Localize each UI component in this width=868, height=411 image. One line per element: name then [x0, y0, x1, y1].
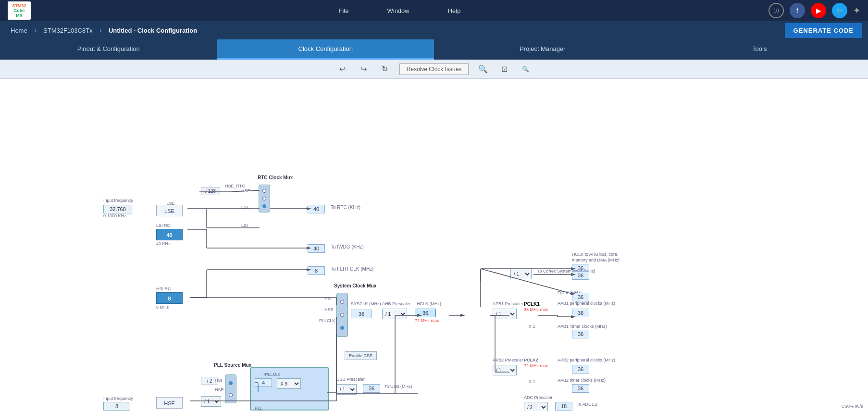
to-flitfclk-label: To FLITFCLK (MHz) — [331, 266, 373, 272]
adc-prescaler-label: ADC Prescaler — [524, 395, 553, 400]
hclk-ahb-label2: memory and DMA (MHz) — [572, 258, 620, 262]
facebook-icon[interactable]: f — [790, 3, 805, 18]
cortex-div-select[interactable]: / 1 — [510, 269, 532, 279]
adc-prescaler-select[interactable]: / 2 — [524, 402, 548, 411]
version-label: CS0% 06/9 — [841, 404, 863, 409]
hclk-label: HCLK (MHz) — [417, 301, 441, 306]
gear-icon[interactable]: ✦ — [853, 5, 860, 16]
header-icons: 10 f ▶ 🐦 ✦ — [769, 3, 860, 18]
to-adc-label: To ADC1,2 — [577, 402, 597, 407]
logo-stm: STM32 — [12, 3, 26, 8]
apb2-timer-value[interactable]: 36 — [572, 384, 589, 393]
apb1-timer-value[interactable]: 36 — [572, 330, 589, 338]
header-nav: File Window Help — [31, 7, 769, 14]
tab-tools[interactable]: Tools — [651, 39, 868, 60]
usb-div-select[interactable]: / 1 — [336, 384, 357, 395]
apb1-prescaler-select[interactable]: / 1 — [493, 309, 517, 319]
refresh-button[interactable]: ↻ — [378, 62, 392, 76]
hse-div128-box: / 128 — [201, 187, 220, 195]
rtc-mux-label: RTC Clock Mux — [258, 175, 293, 180]
file-menu[interactable]: File — [339, 7, 349, 14]
hse-rtc-mux-label: HSE — [241, 188, 250, 193]
apb1-peri-value[interactable]: 36 — [572, 309, 589, 317]
resolve-clock-button[interactable]: Resolve Clock Issues — [399, 63, 469, 75]
ahb-prescaler-label: AHB Prescaler — [382, 301, 410, 306]
sys-clk-mux-label: System Clock Mux — [334, 283, 376, 288]
breadcrumb-config[interactable]: Untitled - Clock Configuration — [104, 25, 202, 36]
hse-pll-label: HSE — [215, 387, 224, 392]
badge-icon: 10 — [769, 3, 784, 18]
breadcrumb: Home › STM32F103C8Tx › Untitled - Clock … — [0, 21, 868, 39]
apb2-peri-value[interactable]: 36 — [572, 365, 589, 374]
lsi-value-box[interactable]: 40 — [156, 229, 183, 240]
pclk1-label: PCLK1 — [524, 301, 540, 307]
hse-sys-label: HSE — [324, 307, 334, 312]
to-rtc-value[interactable]: 40 — [308, 205, 325, 213]
fit-button[interactable]: ⊡ — [497, 62, 511, 76]
sysclk-value[interactable]: 36 — [351, 310, 372, 318]
badge-label: 10 — [773, 8, 779, 13]
to-flitfclk-value[interactable]: 8 — [308, 266, 325, 275]
hsi-pll-label: HSI — [215, 378, 222, 383]
apb1-peri-label: APB1 peripheral clocks (MHz) — [558, 301, 615, 306]
hse-rtc-label: HSE_RTC — [225, 184, 245, 188]
enable-css-button[interactable]: Enable CSS — [345, 351, 377, 360]
to-usb-value[interactable]: 36 — [363, 384, 380, 393]
logo-box: STM32 Cube MX — [8, 1, 31, 20]
hclk-max-label: 72 MHz max — [415, 318, 439, 323]
lse-mux-label: LSE — [241, 205, 249, 210]
tab-clock[interactable]: Clock Configuration — [217, 39, 434, 60]
apb2-prescaler-select[interactable]: / 1 — [493, 365, 517, 375]
ahb-prescaler-select[interactable]: / 1 — [382, 309, 407, 319]
hsi-sys-label: HSI — [324, 296, 332, 301]
hclk-value[interactable]: 36 — [415, 309, 436, 317]
zoom-out-button[interactable]: 🔍 — [519, 62, 532, 76]
rtc-mux[interactable] — [259, 185, 270, 212]
to-iwdg-label: To IWDG (KHz) — [331, 244, 364, 249]
to-iwdg-value[interactable]: 40 — [308, 244, 325, 253]
pll-mul-label: *PLLMul — [263, 372, 280, 377]
undo-button[interactable]: ↩ — [336, 62, 349, 76]
main-area: Input frequency 32.768 0-1000 KHz LSE LS… — [0, 79, 868, 411]
pllclk-sys-label: PLLCLK — [319, 318, 335, 323]
breadcrumb-sep-2: › — [99, 26, 102, 35]
apb1-timer-x1: X 1 — [529, 324, 535, 329]
apb1-prescaler-label: APB1 Prescaler — [493, 301, 523, 306]
hsi-value-box[interactable]: 8 — [156, 292, 183, 304]
hse-block[interactable]: HSE — [156, 397, 183, 409]
sys-clk-mux[interactable] — [336, 293, 348, 337]
to-rtc-label: To RTC (KHz) — [331, 205, 360, 210]
lsi-rc-label: LSI RC — [156, 223, 170, 228]
lsi-mux-label: LSI — [241, 223, 248, 228]
pclk2-max-label: 72 MHz max — [524, 363, 548, 368]
breadcrumb-device[interactable]: STM32F103C8Tx — [38, 25, 98, 36]
hse-input-box[interactable]: 8 — [103, 402, 130, 411]
tab-pinout[interactable]: Pinout & Configuration — [0, 39, 217, 60]
apb2-timer-label: APB2 timer clocks (MHz) — [558, 378, 606, 383]
lse-block[interactable]: LSE — [156, 205, 183, 216]
to-cortex-value[interactable]: 36 — [572, 271, 589, 280]
help-menu[interactable]: Help — [448, 7, 461, 14]
logo-mx: MX — [16, 13, 23, 18]
to-adc-value[interactable]: 18 — [555, 402, 572, 411]
zoom-in-button[interactable]: 🔍 — [476, 62, 490, 76]
fclk-value[interactable]: 36 — [572, 293, 589, 301]
svg-marker-22 — [460, 314, 465, 317]
window-menu[interactable]: Window — [387, 7, 409, 14]
pll-src-mux[interactable] — [225, 374, 236, 403]
redo-button[interactable]: ↪ — [357, 62, 371, 76]
pclk2-label: PCLK2 — [524, 358, 538, 362]
hse-div1-select[interactable]: / 1 — [201, 396, 221, 407]
lse-input-box[interactable]: 32.768 — [103, 205, 132, 213]
pll-input-value[interactable]: 4 — [255, 378, 272, 387]
youtube-icon[interactable]: ▶ — [811, 3, 826, 18]
tab-project[interactable]: Project Manager — [434, 39, 651, 60]
apb2-timer-x1: X 1 — [529, 379, 535, 384]
logo-cube: Cube — [14, 8, 25, 13]
twitter-icon[interactable]: 🐦 — [832, 3, 847, 18]
breadcrumb-home[interactable]: Home — [6, 25, 32, 36]
toolbar: ↩ ↪ ↻ Resolve Clock Issues 🔍 ⊡ 🔍 — [0, 60, 868, 79]
generate-code-button[interactable]: GENERATE CODE — [785, 23, 862, 38]
pll-mul-select[interactable]: X 9 — [277, 378, 301, 389]
apb2-prescaler-label: APB2 Prescaler — [493, 358, 523, 362]
